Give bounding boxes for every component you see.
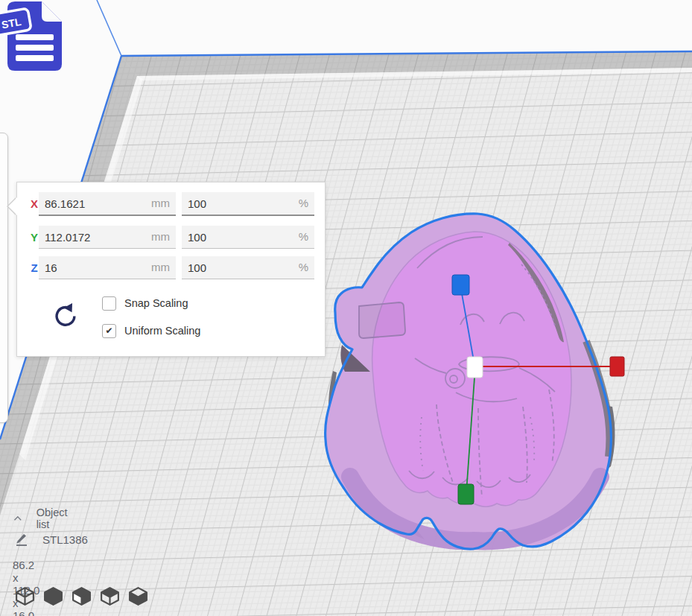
uniform-scaling-checkbox[interactable]: ✔ bbox=[102, 324, 116, 338]
left-toolbar-edge bbox=[0, 133, 8, 423]
scale-y-percent-field: % bbox=[182, 226, 314, 249]
panel-pointer-arrow bbox=[8, 197, 17, 215]
camera-view-toolbar bbox=[14, 585, 149, 608]
reset-scale-button[interactable] bbox=[51, 302, 80, 331]
snap-scaling-row: Snap Scaling bbox=[102, 296, 188, 311]
snap-scaling-label: Snap Scaling bbox=[124, 297, 188, 309]
uniform-scaling-row: ✔ Uniform Scaling bbox=[102, 323, 200, 338]
model-tab-slot bbox=[359, 302, 405, 338]
scale-row-y: Y mm % bbox=[17, 226, 325, 249]
scale-z-percent-input[interactable] bbox=[182, 256, 314, 279]
scale-handle-y[interactable] bbox=[458, 484, 474, 504]
scale-z-mm-field: mm bbox=[39, 256, 176, 279]
axis-z-label: Z bbox=[29, 261, 39, 274]
scale-y-mm-input[interactable] bbox=[39, 226, 176, 248]
scale-x-mm-field: mm bbox=[39, 192, 176, 216]
pencil-icon bbox=[15, 532, 30, 547]
view-left-icon[interactable] bbox=[99, 585, 121, 608]
scale-x-mm-input[interactable] bbox=[39, 192, 176, 215]
view-right-icon[interactable] bbox=[127, 585, 149, 608]
scale-y-mm-field: mm bbox=[39, 226, 176, 249]
uniform-scaling-label: Uniform Scaling bbox=[124, 325, 200, 337]
scale-row-x: X mm % bbox=[17, 192, 325, 215]
axis-y-label: Y bbox=[29, 231, 39, 244]
view-3d-icon[interactable] bbox=[14, 585, 36, 608]
scale-handle-z[interactable] bbox=[452, 275, 469, 295]
view-front-icon[interactable] bbox=[42, 585, 64, 608]
document-fold bbox=[42, 1, 62, 22]
axis-x-label: X bbox=[29, 197, 39, 210]
scale-row-z: Z mm % bbox=[17, 256, 325, 279]
scale-z-percent-field: % bbox=[182, 256, 314, 279]
scale-handle-center[interactable] bbox=[467, 357, 483, 378]
stl-file-icon: STL bbox=[0, 0, 74, 80]
object-list-toggle[interactable]: Object list bbox=[13, 507, 71, 530]
document-lines bbox=[16, 34, 54, 61]
view-top-icon[interactable] bbox=[71, 585, 92, 608]
scale-z-mm-input[interactable] bbox=[39, 256, 176, 279]
object-list-title: Object list bbox=[36, 507, 71, 530]
scale-handle-x[interactable] bbox=[610, 357, 624, 376]
scale-tool-panel: X mm % Y mm % Z mm % bbox=[16, 182, 326, 357]
scale-x-percent-field: % bbox=[182, 192, 314, 216]
scale-x-percent-input[interactable] bbox=[182, 192, 314, 215]
snap-scaling-checkbox[interactable] bbox=[102, 296, 116, 311]
object-list-item[interactable]: STL1386 bbox=[15, 532, 88, 547]
object-name: STL1386 bbox=[42, 533, 88, 546]
chevron-up-icon bbox=[13, 515, 22, 522]
scale-y-percent-input[interactable] bbox=[182, 226, 314, 248]
